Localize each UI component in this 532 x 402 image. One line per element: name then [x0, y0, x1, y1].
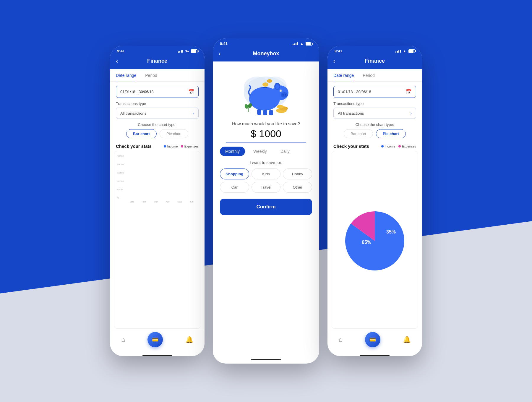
income-dot-left [164, 145, 166, 147]
save-for-label: I want to save for: [220, 160, 312, 165]
chart-type-label-left: Choose the chart type: [110, 119, 205, 129]
legend-income-right: Income [381, 145, 395, 148]
content-right: Date range Period 01/01/18 - 30/06/18 📅 … [327, 69, 422, 329]
home-indicator-right [360, 355, 390, 356]
date-input-right[interactable]: 01/01/18 - 30/06/18 📅 [333, 86, 416, 98]
tab-period-left[interactable]: Period [145, 73, 157, 81]
expenses-dot-right [398, 145, 401, 147]
pie-chart-svg: 65% 35% [342, 208, 407, 273]
bar-chart-btn-left[interactable]: Bar chart [126, 129, 157, 138]
wifi-icon-right: ▲ [403, 49, 406, 53]
time-right: 9:41 [335, 49, 342, 53]
home-nav-left[interactable]: ⌂ [121, 336, 125, 343]
home-nav-right[interactable]: ⌂ [339, 336, 343, 343]
chevron-right-right: › [410, 111, 412, 116]
pie-chart-btn-right[interactable]: Pie chart [376, 129, 406, 138]
legend-income-left: Income [164, 145, 178, 148]
back-button-left[interactable]: ‹ [116, 58, 118, 64]
svg-point-5 [281, 92, 288, 98]
legend-right: Income Expenses [381, 145, 416, 148]
app-header-left: ‹ Finance [110, 56, 205, 69]
signal-icon-middle [293, 42, 298, 45]
wifi-icon: ▾▴ [185, 49, 189, 53]
category-travel[interactable]: Travel [252, 182, 281, 193]
bar-chart-btn-right[interactable]: Bar chart [344, 129, 373, 138]
chevron-right-left: › [193, 111, 194, 116]
transactions-label-left: Transactions type [110, 98, 205, 108]
bell-nav-right[interactable]: 🔔 [403, 336, 411, 343]
fab-icon-right: 💳 [369, 336, 376, 343]
date-value-right: 01/01/18 - 30/06/18 [338, 90, 371, 94]
status-icons-middle: ▲ [293, 42, 312, 46]
phone-right: 9:41 ▲ ‹ Finance Date range Period [327, 46, 422, 356]
amount-display[interactable]: $ 1000 [226, 128, 306, 142]
svg-point-20 [277, 105, 284, 108]
date-value-left: 01/01/18 - 30/06/18 [120, 90, 154, 94]
home-indicator-left [142, 355, 172, 356]
status-icons-left: ▾▴ [178, 49, 197, 53]
date-section-right: 01/01/18 - 30/06/18 📅 [327, 82, 422, 98]
signal-icon [178, 50, 183, 53]
date-section-left: 01/01/18 - 30/06/18 📅 [110, 82, 205, 98]
category-other[interactable]: Other [283, 182, 312, 193]
svg-text:65%: 65% [362, 240, 371, 245]
fab-left[interactable]: 💳 [147, 332, 163, 347]
back-button-right[interactable]: ‹ [333, 58, 335, 64]
svg-point-6 [283, 94, 284, 96]
svg-rect-17 [269, 110, 273, 115]
tabs-right: Date range Period [327, 69, 422, 82]
period-monthly[interactable]: Monthly [220, 147, 245, 156]
tab-period-right[interactable]: Period [363, 73, 374, 81]
expenses-dot-left [181, 145, 183, 147]
period-weekly[interactable]: Weekly [248, 147, 272, 156]
status-bar-left: 9:41 ▾▴ [110, 46, 205, 56]
phone-middle: 9:41 ▲ ‹ Moneybox [213, 38, 319, 364]
svg-rect-16 [263, 110, 267, 115]
app-title-right: Finance [365, 58, 385, 64]
y-axis-left: $2500 $2000 $1500 $1000 $500 0 [117, 155, 124, 199]
expenses-label-right: Expenses [402, 145, 416, 148]
date-input-left[interactable]: 01/01/18 - 30/06/18 📅 [116, 86, 199, 98]
period-daily[interactable]: Daily [275, 147, 295, 156]
battery-icon [191, 49, 197, 53]
bell-icon-right: 🔔 [403, 336, 411, 343]
svg-point-7 [285, 94, 286, 96]
legend-expenses-right: Expenses [398, 145, 416, 148]
chart-toggle-right: Bar chart Pie chart [327, 129, 422, 141]
expenses-label-left: Expenses [184, 145, 199, 148]
transactions-select-left[interactable]: All transactions › [116, 108, 199, 119]
svg-point-13 [262, 82, 268, 87]
chart-canvas-left: $2500 $2000 $1500 $1000 $500 0 [117, 155, 197, 199]
bottom-nav-left: ⌂ 💳 🔔 [110, 329, 205, 353]
tab-date-range-right[interactable]: Date range [333, 73, 354, 81]
svg-rect-15 [257, 109, 261, 115]
status-bar-middle: 9:41 ▲ [213, 38, 319, 48]
wifi-icon-middle: ▲ [300, 42, 304, 46]
time-middle: 9:41 [220, 41, 228, 46]
back-button-middle[interactable]: ‹ [219, 50, 221, 57]
bell-nav-left[interactable]: 🔔 [185, 336, 193, 343]
legend-left: Income Expenses [164, 145, 199, 148]
confirm-button[interactable]: Confirm [220, 199, 312, 215]
transactions-value-right: All transactions [338, 111, 364, 116]
category-shopping[interactable]: Shopping [220, 168, 249, 179]
bar-chart-area-left: $2500 $2000 $1500 $1000 $500 0 [114, 151, 200, 329]
content-left: Date range Period 01/01/18 - 30/06/18 📅 … [110, 69, 205, 329]
category-car[interactable]: Car [220, 182, 249, 193]
tabs-left: Date range Period [110, 69, 205, 82]
legend-expenses-left: Expenses [181, 145, 199, 148]
time-left: 9:41 [117, 49, 125, 53]
content-middle: How much would you like to save? $ 1000 … [213, 61, 319, 357]
category-kids[interactable]: Kids [252, 168, 281, 179]
category-grid: Shopping Kids Hobby Car Travel Other [220, 168, 312, 193]
piggy-illustration [236, 66, 296, 116]
phone-left: 9:41 ▾▴ ‹ Finance Date range Period [110, 46, 205, 356]
tab-date-range-left[interactable]: Date range [116, 73, 136, 81]
category-hobby[interactable]: Hobby [283, 168, 312, 179]
fab-right[interactable]: 💳 [365, 332, 380, 347]
calendar-icon-left: 📅 [188, 89, 194, 95]
stats-header-right: Check your stats Income Expenses [327, 141, 422, 151]
svg-point-9 [280, 90, 282, 92]
transactions-select-right[interactable]: All transactions › [333, 108, 416, 119]
pie-chart-btn-left[interactable]: Pie chart [160, 129, 188, 138]
